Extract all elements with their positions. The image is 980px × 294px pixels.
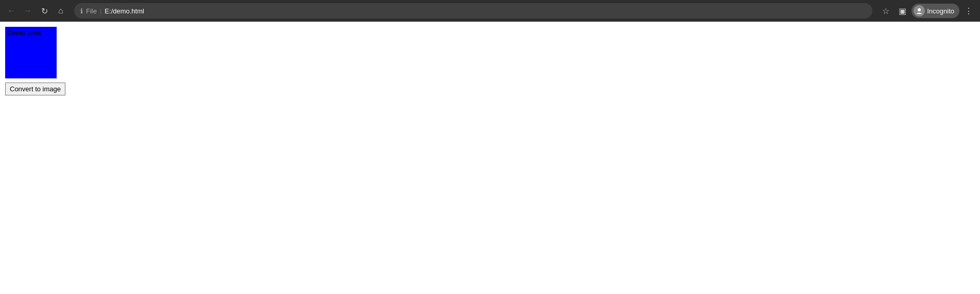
address-bar[interactable]: ℹ File | E:/demo.html bbox=[74, 3, 872, 19]
address-text: E:/demo.html bbox=[105, 7, 144, 15]
tab-switcher-icon: ▣ bbox=[899, 6, 906, 16]
incognito-icon bbox=[914, 5, 925, 17]
info-icon: ℹ bbox=[80, 7, 83, 15]
convert-to-image-button[interactable]: Convert to image bbox=[5, 83, 65, 95]
incognito-label: Incognito bbox=[927, 7, 954, 15]
file-label: File bbox=[86, 7, 97, 15]
reload-icon: ↻ bbox=[41, 6, 48, 16]
forward-icon: → bbox=[24, 6, 32, 15]
svg-point-0 bbox=[918, 8, 921, 11]
blue-box: Demo texts bbox=[5, 27, 57, 78]
home-icon: ⌂ bbox=[58, 6, 63, 15]
back-button[interactable]: ← bbox=[4, 4, 19, 18]
separator: | bbox=[100, 7, 101, 15]
home-button[interactable]: ⌂ bbox=[54, 4, 68, 18]
toolbar-right: ☆ ▣ Incognito ⋮ bbox=[879, 4, 976, 18]
forward-button[interactable]: → bbox=[21, 4, 35, 18]
menu-button[interactable]: ⋮ bbox=[961, 4, 976, 18]
demo-text-label: Demo texts bbox=[7, 29, 41, 37]
back-icon: ← bbox=[7, 6, 15, 15]
browser-chrome: ← → ↻ ⌂ ℹ File | E:/demo.html ☆ ▣ bbox=[0, 0, 980, 22]
star-icon: ☆ bbox=[882, 6, 889, 16]
tab-switcher-button[interactable]: ▣ bbox=[895, 4, 909, 18]
menu-icon: ⋮ bbox=[965, 6, 973, 16]
nav-buttons: ← → ↻ ⌂ bbox=[4, 4, 68, 18]
page-content: Demo texts Convert to image bbox=[0, 22, 980, 101]
bookmark-button[interactable]: ☆ bbox=[879, 4, 893, 18]
reload-button[interactable]: ↻ bbox=[37, 4, 51, 18]
incognito-button[interactable]: Incognito bbox=[912, 4, 959, 18]
